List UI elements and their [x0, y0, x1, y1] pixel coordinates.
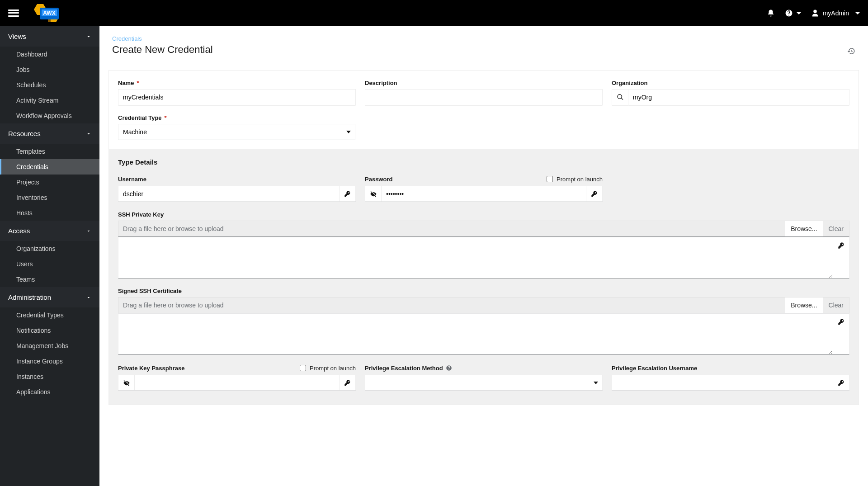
password-label: Password	[365, 176, 392, 183]
chevron-down-icon	[594, 382, 598, 384]
ssh-key-textarea[interactable]	[118, 237, 833, 278]
ssh-key-browse-button[interactable]: Browse...	[785, 221, 823, 237]
signed-cert-textarea[interactable]	[118, 314, 833, 354]
passphrase-prompt-checkbox[interactable]: Prompt on launch	[300, 365, 356, 372]
organization-label: Organization	[612, 80, 849, 86]
escalation-method-label: Privilege Escalation Method	[365, 365, 452, 372]
credential-type-select[interactable]	[118, 124, 355, 140]
sidebar-item-inventories[interactable]: Inventories	[0, 190, 99, 205]
ssh-key-clear-button[interactable]: Clear	[823, 221, 849, 237]
sidebar-item-credential-types[interactable]: Credential Types	[0, 307, 99, 323]
credential-type-label: Credential Type*	[118, 114, 355, 121]
sidebar-item-users[interactable]: Users	[0, 256, 99, 272]
passphrase-label: Private Key Passphrase	[118, 365, 184, 372]
sidebar-item-workflow-approvals[interactable]: Workflow Approvals	[0, 108, 99, 123]
search-icon	[617, 94, 624, 101]
topbar: AWX myAdmin	[0, 0, 868, 26]
hamburger-menu-icon[interactable]	[8, 8, 19, 19]
sidebar-item-notifications[interactable]: Notifications	[0, 323, 99, 338]
username-key-button[interactable]	[340, 186, 356, 202]
ssh-key-label: SSH Private Key	[118, 211, 849, 218]
sidebar-item-templates[interactable]: Templates	[0, 144, 99, 159]
ssh-key-lookup-button[interactable]	[833, 237, 849, 278]
org-search-button[interactable]	[612, 89, 628, 105]
breadcrumb[interactable]: Credentials	[112, 35, 213, 42]
ssh-key-dropzone[interactable]: Drag a file here or browse to upload	[118, 221, 785, 237]
sidebar-item-organizations[interactable]: Organizations	[0, 241, 99, 256]
sidebar-item-activity-stream[interactable]: Activity Stream	[0, 93, 99, 108]
password-key-button[interactable]	[586, 186, 603, 202]
signed-cert-browse-button[interactable]: Browse...	[785, 297, 823, 313]
chevron-down-icon	[86, 295, 91, 300]
history-icon[interactable]	[847, 47, 855, 55]
page-header: Credentials Create New Credential	[99, 26, 868, 66]
svg-text:AWX: AWX	[43, 10, 55, 16]
signed-cert-lookup-button[interactable]	[833, 314, 849, 354]
password-prompt-checkbox[interactable]: Prompt on launch	[547, 176, 603, 183]
passphrase-visibility-button[interactable]	[118, 375, 134, 391]
form-card: Name* Description Organization	[108, 70, 859, 405]
escalation-user-key-button[interactable]	[833, 375, 849, 391]
sidebar-item-hosts[interactable]: Hosts	[0, 205, 99, 221]
name-label: Name*	[118, 80, 356, 86]
key-icon	[344, 379, 351, 387]
type-details-section: Type Details Username Password	[109, 149, 859, 405]
sidebar-item-schedules[interactable]: Schedules	[0, 77, 99, 93]
topbar-actions: myAdmin	[767, 9, 860, 17]
password-visibility-button[interactable]	[365, 186, 381, 202]
description-input[interactable]	[365, 89, 603, 105]
sidebar-item-applications[interactable]: Applications	[0, 384, 99, 400]
page-title: Create New Credential	[112, 44, 213, 56]
key-icon	[344, 190, 351, 198]
sidebar: ViewsDashboardJobsSchedulesActivity Stre…	[0, 26, 99, 486]
description-label: Description	[365, 80, 603, 86]
signed-cert-clear-button[interactable]: Clear	[823, 297, 849, 313]
sidebar-item-teams[interactable]: Teams	[0, 272, 99, 287]
chevron-down-icon	[797, 12, 801, 14]
key-icon	[838, 242, 845, 249]
chevron-down-icon	[346, 131, 351, 133]
help-dropdown[interactable]	[785, 9, 801, 17]
eye-slash-icon	[370, 190, 377, 198]
nav-section-administration[interactable]: Administration	[0, 287, 99, 307]
sidebar-item-credentials[interactable]: Credentials	[0, 159, 99, 175]
nav-section-resources[interactable]: Resources	[0, 123, 99, 144]
escalation-method-select[interactable]	[365, 375, 603, 391]
nav-section-access[interactable]: Access	[0, 221, 99, 241]
key-icon	[838, 318, 845, 326]
signed-cert-label: Signed SSH Certificate	[118, 288, 849, 294]
sidebar-item-management-jobs[interactable]: Management Jobs	[0, 338, 99, 354]
key-icon	[838, 379, 845, 387]
help-icon[interactable]	[446, 365, 452, 371]
name-input[interactable]	[118, 89, 356, 105]
escalation-user-label: Privilege Escalation Username	[612, 365, 697, 372]
user-icon	[811, 9, 819, 17]
eye-slash-icon	[123, 379, 130, 387]
user-menu[interactable]: myAdmin	[811, 9, 860, 17]
escalation-user-input[interactable]	[612, 375, 833, 391]
signed-cert-dropzone[interactable]: Drag a file here or browse to upload	[118, 297, 785, 313]
question-circle-icon	[785, 9, 793, 17]
username-input[interactable]	[118, 186, 340, 202]
passphrase-key-button[interactable]	[340, 375, 356, 391]
password-input[interactable]	[381, 186, 586, 202]
chevron-down-icon	[86, 34, 91, 39]
chevron-down-icon	[855, 12, 860, 14]
content-area: Credentials Create New Credential Name* …	[99, 26, 868, 486]
awx-logo[interactable]: AWX	[32, 2, 65, 24]
sidebar-item-projects[interactable]: Projects	[0, 175, 99, 190]
nav-section-views[interactable]: Views	[0, 26, 99, 47]
chevron-down-icon	[86, 228, 91, 234]
sidebar-item-dashboard[interactable]: Dashboard	[0, 47, 99, 62]
username-label: myAdmin	[823, 9, 849, 17]
username-label: Username	[118, 176, 146, 183]
sidebar-item-instance-groups[interactable]: Instance Groups	[0, 354, 99, 369]
type-details-title: Type Details	[118, 158, 849, 166]
bell-icon[interactable]	[767, 9, 775, 17]
passphrase-input[interactable]	[134, 375, 340, 391]
organization-input[interactable]	[628, 89, 849, 105]
sidebar-item-jobs[interactable]: Jobs	[0, 62, 99, 77]
key-icon	[591, 190, 598, 198]
svg-rect-5	[48, 19, 51, 22]
sidebar-item-instances[interactable]: Instances	[0, 369, 99, 384]
